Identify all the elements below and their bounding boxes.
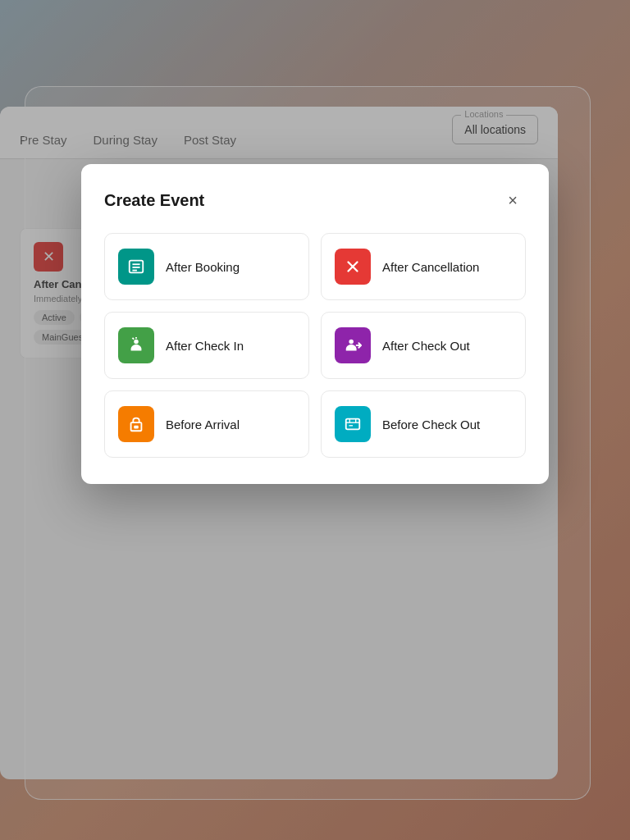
- after-check-out-icon: [335, 327, 371, 363]
- event-option-after-booking[interactable]: After Booking: [104, 233, 309, 300]
- event-option-before-arrival[interactable]: Before Arrival: [104, 390, 309, 458]
- before-arrival-icon: [118, 406, 154, 442]
- after-cancellation-icon: [335, 249, 371, 285]
- modal-header: Create Event ×: [104, 187, 526, 213]
- svg-line-8: [132, 338, 134, 340]
- after-check-in-icon: [118, 327, 154, 363]
- modal-overlay: Create Event × After Booking: [0, 0, 630, 840]
- modal-title: Create Event: [104, 191, 204, 210]
- create-event-modal: Create Event × After Booking: [81, 164, 549, 484]
- before-arrival-label: Before Arrival: [166, 418, 240, 431]
- svg-rect-13: [346, 419, 360, 430]
- after-check-in-label: After Check In: [166, 339, 244, 353]
- event-options-grid: After Booking After Cancellation: [104, 233, 526, 458]
- event-option-after-check-in[interactable]: After Check In: [104, 312, 309, 379]
- svg-point-9: [349, 340, 354, 345]
- after-cancellation-label: After Cancellation: [382, 260, 479, 274]
- after-check-out-label: After Check Out: [382, 339, 470, 353]
- event-option-before-check-out[interactable]: Before Check Out: [321, 390, 526, 458]
- before-check-out-icon: [335, 406, 371, 442]
- modal-close-button[interactable]: ×: [500, 187, 526, 213]
- event-option-after-cancellation[interactable]: After Cancellation: [321, 233, 526, 300]
- event-option-after-check-out[interactable]: After Check Out: [321, 312, 526, 379]
- after-booking-icon: [118, 249, 154, 285]
- svg-rect-12: [134, 426, 139, 429]
- svg-point-6: [134, 340, 139, 345]
- before-check-out-label: Before Check Out: [382, 418, 480, 431]
- after-booking-label: After Booking: [166, 260, 240, 274]
